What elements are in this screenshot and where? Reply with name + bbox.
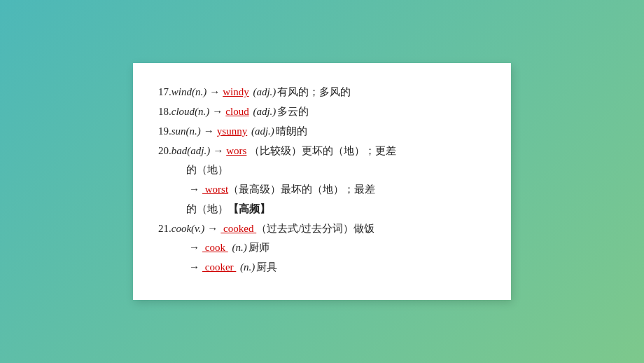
entry-17-result-pos: (adj.): [251, 83, 276, 102]
entry-18-filled: cloud: [225, 102, 248, 122]
entry-21-sub1-meaning: 厨师: [248, 238, 270, 258]
entry-20-filled: wors: [226, 142, 246, 161]
entry-18-result-pos: (adj.): [251, 102, 276, 122]
entry-19-meaning: 晴朗的: [276, 122, 307, 142]
entry-17-meaning: 有风的；多风的: [277, 83, 351, 102]
entry-21-meaning: （过去式/过去分词）做饭: [256, 219, 374, 239]
entry-20-sub1-arrow: →: [189, 180, 200, 200]
entry-20-pos: adj.: [190, 142, 206, 161]
entry-18-meaning: 多云的: [277, 102, 309, 122]
entry-21-sub1-arrow: →: [189, 238, 200, 258]
entry-19-pos: n.: [190, 122, 197, 142]
entry-17-number: 17.: [158, 83, 172, 102]
entry-20-wrap: 的（地） → worst （最高级）最坏的（地）；最差 的（地） 【高频】: [158, 160, 486, 219]
entry-18-paren-close: ): [206, 102, 209, 122]
entry-21-filled: cooked: [220, 219, 256, 239]
entry-21-sub2-filled: cooker: [202, 258, 236, 278]
entry-21-sub2: → cooker (n.) 厨具: [186, 258, 486, 278]
content-card: 17. wind( n. ) → windy (adj.) 有风的；多风的 18…: [133, 63, 511, 300]
entry-21-sub2-pos: (n.): [237, 258, 255, 278]
entry-20-sub1-meaning: （最高级）最坏的（地）；最差: [228, 180, 375, 200]
entry-18-word: cloud(: [172, 102, 198, 122]
entry-20-meaning-cont: 的（地）: [186, 160, 228, 180]
entry-19-word: sun(: [172, 122, 190, 142]
entry-21-number: 21.: [158, 219, 172, 239]
entry-17-arrow: →: [209, 83, 220, 102]
entry-20-wrap-line: 的（地）: [186, 160, 486, 180]
entry-21-pos: v.: [195, 219, 201, 239]
entry-20-sub1-filled: worst: [202, 180, 228, 200]
entry-20-number: 20.: [158, 142, 172, 161]
entry-19-number: 19.: [158, 122, 172, 142]
entry-18: 18. cloud( n. ) → cloud (adj.) 多云的: [158, 102, 486, 122]
entry-17-pos: n.: [195, 83, 203, 102]
entry-17: 17. wind( n. ) → windy (adj.) 有风的；多风的: [158, 83, 486, 102]
entry-19-arrow: →: [204, 122, 214, 142]
entry-17-paren-close: ): [203, 83, 206, 102]
entry-19: 19. sun( n. ) → ysunny (adj.) 晴朗的: [158, 122, 486, 142]
entry-20-paren-close: ): [206, 142, 210, 161]
entry-21-sub1: → cook (n.) 厨师: [186, 238, 486, 258]
entry-21-sub2-arrow: →: [189, 258, 200, 278]
entry-21-sub1-pos: (n.): [230, 238, 247, 258]
entry-21-sub1-filled: cook: [202, 238, 228, 258]
entry-20-sub1-wrap: 的（地） 【高频】: [186, 200, 486, 219]
entry-20-arrow: →: [213, 142, 223, 161]
entry-20-badge: 【高频】: [228, 200, 270, 219]
entry-21: 21. cook( v. ) → cooked （过去式/过去分词）做饭: [158, 219, 486, 239]
entry-18-arrow: →: [212, 102, 223, 122]
entry-19-paren-close: ): [197, 122, 201, 142]
entry-20-meaning: （比较级）更坏的（地）；更差: [246, 142, 396, 161]
entry-21-word: cook(: [172, 219, 195, 239]
entry-20-sub1: → worst （最高级）最坏的（地）；最差: [186, 180, 486, 200]
entry-21-sub2-meaning: 厨具: [256, 258, 277, 278]
entry-17-filled: windy: [223, 83, 249, 102]
entry-21-arrow: →: [207, 219, 218, 239]
entry-20: 20. bad( adj. ) → wors （比较级）更坏的（地）；更差: [158, 142, 486, 161]
entry-18-number: 18.: [158, 102, 172, 122]
entry-20-word: bad(: [172, 142, 191, 161]
entry-18-pos: n.: [198, 102, 206, 122]
entry-19-result-pos: (adj.): [248, 122, 274, 142]
entry-17-word: wind(: [172, 83, 195, 102]
entry-19-filled: ysunny: [217, 122, 247, 142]
entry-21-subs: → cook (n.) 厨师 → cooker (n.) 厨具: [158, 238, 486, 278]
entry-20-sub1-meaning-cont: 的（地）: [186, 200, 228, 219]
entry-21-paren-close: ): [201, 219, 204, 239]
